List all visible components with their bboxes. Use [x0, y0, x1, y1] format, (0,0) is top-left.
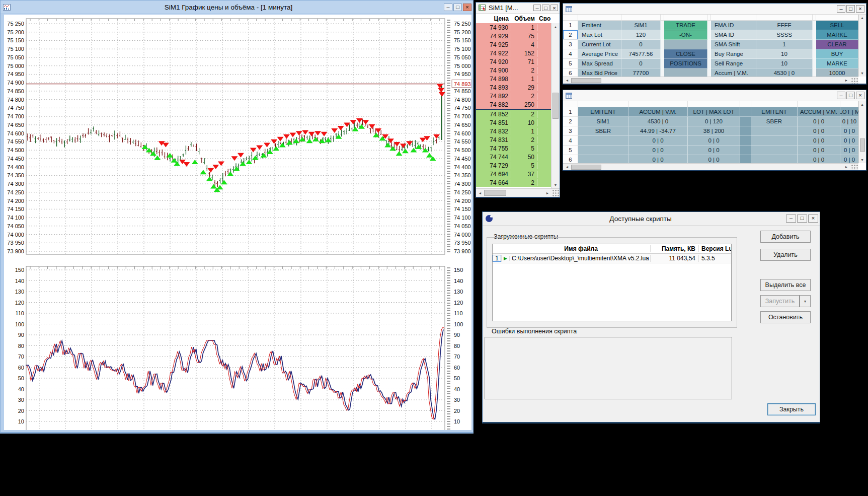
table-row[interactable]: 74 69437 [476, 170, 551, 178]
close-icon[interactable]: × [550, 5, 558, 11]
scripts-dialog-titlebar[interactable]: Доступные скрипты – □ × [483, 212, 820, 226]
select-all-button[interactable]: Выделить все [760, 279, 811, 291]
position-cell[interactable] [578, 136, 628, 146]
table-row[interactable]: 74 6642 [476, 178, 551, 187]
position-cell[interactable]: 0 | 0 [798, 117, 840, 126]
minimize-icon[interactable]: – [837, 92, 845, 99]
script-errors-output[interactable] [485, 337, 732, 399]
params-hscrollbar[interactable]: ◄ ► [563, 77, 858, 84]
script-row[interactable]: 1 ▶ C:\Users\user\Desktop\_\multiemitent… [493, 254, 731, 263]
order-book-hscrollbar[interactable]: ◄ ► [476, 188, 560, 197]
resize-grip[interactable] [551, 189, 560, 197]
param-value[interactable]: SSSS [756, 30, 813, 40]
column-header-lua-version[interactable]: Версия Lu [699, 245, 731, 252]
position-cell[interactable]: 0 | 0 [628, 155, 688, 163]
column-header-svo[interactable]: Сво [537, 15, 560, 22]
position-cell[interactable] [751, 146, 798, 155]
remove-button[interactable]: Удалить [760, 249, 811, 261]
scroll-left-icon[interactable]: ◄ [476, 189, 484, 197]
trade-action-cell[interactable]: -ON- [664, 30, 707, 40]
position-cell[interactable]: 0 | 0 [798, 155, 840, 163]
column-header-filename[interactable]: Имя файла [510, 245, 651, 252]
order-action-cell[interactable]: 10000 [816, 68, 858, 77]
minimize-icon[interactable]: – [786, 215, 796, 223]
scroll-thumb[interactable] [571, 78, 601, 83]
add-button[interactable]: Добавить [760, 231, 811, 243]
resize-grip[interactable] [850, 77, 858, 84]
close-icon[interactable]: × [808, 215, 818, 223]
order-action-cell[interactable]: CLEAR [816, 40, 858, 49]
column-header-memory[interactable]: Память, КВ [651, 245, 699, 252]
maximize-icon[interactable]: □ [846, 92, 855, 99]
scroll-left-icon[interactable]: ◄ [563, 164, 571, 170]
run-button[interactable]: Запустить [760, 295, 800, 307]
param-value[interactable]: 0 [621, 59, 661, 68]
table-row[interactable]: 74 92071 [476, 57, 551, 66]
positions-titlebar[interactable]: – □ × [563, 90, 866, 101]
position-cell[interactable]: 0 | 0 [798, 146, 840, 155]
position-cell[interactable]: SBER [751, 117, 798, 126]
position-cell[interactable] [751, 155, 798, 163]
scroll-down-icon[interactable]: ▼ [859, 157, 865, 163]
maximize-icon[interactable]: □ [542, 5, 549, 11]
scroll-right-icon[interactable]: ► [842, 164, 850, 170]
stop-button[interactable]: Остановить [760, 311, 811, 323]
scroll-left-icon[interactable]: ◄ [563, 78, 571, 84]
minimize-icon[interactable]: – [837, 5, 845, 13]
position-cell[interactable]: 0 | 0 [688, 155, 740, 163]
chart-svg[interactable]: 75 25075 25075 20075 20075 15075 15075 1… [4, 15, 471, 430]
order-book-titlebar[interactable]: SiM1 [M... – □ × [476, 3, 560, 14]
position-cell[interactable]: 0 | 10 [840, 117, 858, 126]
order-action-cell[interactable]: MARKE [816, 59, 858, 68]
scroll-up-icon[interactable]: ▲ [859, 15, 865, 21]
order-action-cell[interactable]: BUY [816, 49, 858, 59]
param-value[interactable]: 10 [756, 49, 813, 59]
scroll-thumb[interactable] [484, 190, 506, 196]
scroll-up-icon[interactable]: ▲ [551, 23, 560, 30]
position-cell[interactable]: 0 | 0 [840, 126, 858, 136]
scroll-thumb[interactable] [860, 138, 865, 152]
trade-action-cell[interactable]: CLOSE [664, 49, 707, 59]
position-cell[interactable]: 0 | 0 [798, 126, 840, 136]
scroll-right-icon[interactable]: ► [842, 78, 850, 84]
table-row[interactable]: 74 74450 [476, 153, 551, 161]
maximize-icon[interactable]: □ [453, 4, 462, 11]
param-value[interactable]: 77700 [621, 68, 661, 77]
close-icon[interactable]: × [856, 92, 864, 99]
position-cell[interactable]: 0 | 0 [798, 136, 840, 146]
price-volume-chart[interactable]: 75 25075 25075 20075 20075 15075 15075 1… [4, 15, 471, 430]
position-cell[interactable]: 0 | 0 [688, 146, 740, 155]
minimize-icon[interactable]: – [444, 4, 452, 11]
trade-action-cell[interactable] [664, 40, 707, 49]
table-row[interactable]: 74 8321 [476, 127, 551, 135]
table-row[interactable]: 74 8981 [476, 75, 551, 83]
minimize-icon[interactable]: – [533, 5, 541, 11]
maximize-icon[interactable]: □ [846, 5, 855, 13]
scroll-right-icon[interactable]: ► [543, 189, 551, 197]
position-cell[interactable]: 0 | 0 [840, 155, 858, 163]
close-icon[interactable]: × [856, 5, 864, 13]
scroll-up-icon[interactable]: ▲ [859, 101, 865, 108]
positions-hscrollbar[interactable]: ◄ ► [563, 163, 858, 170]
table-row[interactable]: 74 9002 [476, 66, 551, 75]
table-row[interactable]: 74 9254 [476, 40, 551, 49]
table-row[interactable]: 74 7295 [476, 161, 551, 170]
table-row[interactable]: 74 8522 [476, 110, 551, 118]
param-value[interactable]: 74577.56 [621, 49, 661, 59]
maximize-icon[interactable]: □ [797, 215, 807, 223]
param-value[interactable]: 0 [621, 40, 661, 49]
position-cell[interactable] [578, 146, 628, 155]
trade-action-cell[interactable]: TRADE [664, 21, 707, 30]
position-cell[interactable]: 44.99 | -34.77 [628, 126, 688, 136]
param-value[interactable]: SiM1 [621, 21, 661, 30]
positions-vscrollbar[interactable]: ▲ ▼ [858, 101, 866, 163]
close-dialog-button[interactable]: Закрыть [767, 403, 816, 415]
table-row[interactable]: 74 8312 [476, 135, 551, 144]
order-action-cell[interactable]: SELL [816, 21, 858, 30]
close-icon[interactable]: × [463, 4, 471, 11]
param-value[interactable]: 1 [756, 40, 813, 49]
scroll-down-icon[interactable]: ▼ [859, 70, 865, 77]
table-row[interactable]: 74 8922 [476, 92, 551, 100]
position-cell[interactable]: SBER [578, 126, 628, 136]
position-cell[interactable]: 38 | 200 [688, 126, 740, 136]
